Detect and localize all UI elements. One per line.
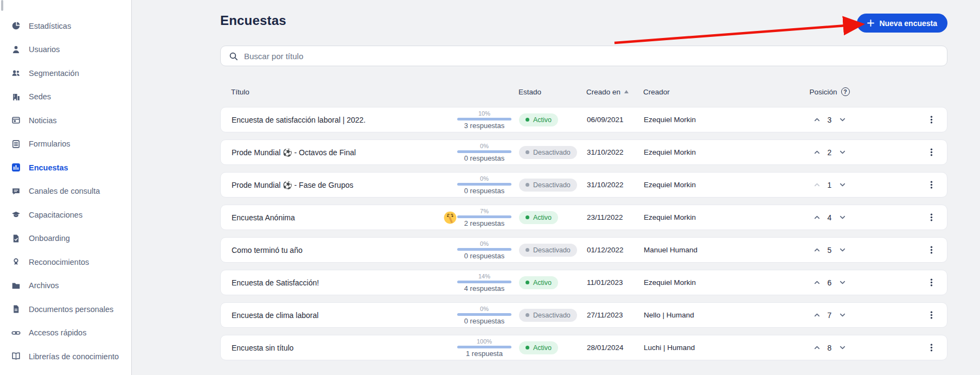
link-icon	[11, 328, 21, 338]
sidebar-item-formularios[interactable]: Formularios	[0, 132, 131, 156]
folder-icon	[11, 281, 21, 290]
kebab-menu-icon	[927, 343, 936, 352]
sidebar-item-reconocimientos[interactable]: Reconocimientos	[0, 250, 131, 274]
graduation-icon	[11, 210, 21, 219]
move-down-button[interactable]	[837, 115, 848, 125]
survey-title: Encuesta de satisfacción laboral | 2022.	[221, 116, 438, 124]
move-down-button[interactable]	[837, 277, 848, 288]
position-controls: 1	[736, 180, 923, 190]
progress-percent: 0%	[480, 240, 489, 247]
position-controls: 8	[736, 342, 923, 353]
sidebar-item-archivos[interactable]: Archivos	[0, 274, 131, 298]
status-badge: Activo	[519, 341, 558, 354]
move-down-button[interactable]	[837, 212, 848, 223]
move-down-button[interactable]	[837, 310, 848, 320]
move-down-button[interactable]	[837, 180, 848, 190]
position-number: 2	[827, 148, 832, 157]
status-cell: Desactivado	[519, 244, 587, 257]
creator-name: Nello | Humand	[644, 311, 736, 319]
sidebar-item-label: Canales de consulta	[29, 187, 100, 195]
survey-title: Encuesta sin título	[221, 344, 438, 352]
status-dot-icon	[526, 281, 529, 284]
sidebar-item-librer-as-de-conocimiento[interactable]: Librerías de conocimiento	[0, 345, 131, 368]
new-survey-button[interactable]: Nueva encuesta	[857, 14, 947, 33]
creator-name: Ezequiel Morkin	[644, 181, 736, 189]
status-dot-icon	[526, 150, 529, 154]
sidebar-item-accesos-r-pidos[interactable]: Accesos rápidos	[0, 321, 131, 345]
sidebar-item-canales-de-consulta[interactable]: Canales de consulta	[0, 180, 131, 204]
status-cell: Activo	[519, 113, 587, 126]
sidebar-item-onboarding[interactable]: Onboarding	[0, 227, 131, 251]
created-date: 31/10/2022	[587, 148, 644, 156]
status-badge: Desactivado	[519, 244, 577, 257]
scrollbar-thumb[interactable]	[1, 0, 3, 11]
survey-title: Como terminó tu año	[221, 246, 438, 255]
sidebar-item-sedes[interactable]: Sedes	[0, 85, 131, 109]
help-icon[interactable]: ?	[841, 87, 850, 96]
column-header-title: Título	[220, 88, 437, 96]
created-date: 31/10/2022	[587, 181, 644, 189]
bar-chart-icon	[11, 163, 21, 172]
sidebar-item-segmentaci-n[interactable]: Segmentación	[0, 61, 131, 85]
sidebar-item-usuarios[interactable]: Usuarios	[0, 38, 131, 62]
move-down-button[interactable]	[837, 342, 848, 353]
row-menu-button[interactable]	[923, 275, 939, 291]
move-down-button[interactable]	[837, 147, 848, 157]
page-title: Encuestas	[220, 13, 947, 28]
chevron-down-icon	[838, 148, 847, 156]
sidebar-item-noticias[interactable]: Noticias	[0, 109, 131, 132]
status-dot-icon	[526, 248, 529, 252]
move-up-button[interactable]	[812, 245, 822, 255]
move-up-button[interactable]	[812, 115, 822, 125]
sidebar-item-label: Accesos rápidos	[29, 328, 86, 337]
creator-name: Ezequiel Morkin	[644, 278, 736, 287]
doc-check-icon	[11, 234, 21, 243]
row-menu-button[interactable]	[923, 112, 939, 128]
sidebar-item-encuestas[interactable]: Encuestas	[0, 156, 131, 180]
chevron-down-icon	[838, 278, 847, 287]
sidebar-item-label: Encuestas	[29, 163, 68, 172]
move-up-button[interactable]	[812, 310, 822, 320]
table-row: Encuesta de Satisfacción! 14% 4 respuest…	[220, 270, 947, 295]
survey-title: Encuesta de clima laboral	[221, 311, 438, 320]
created-date: 01/12/2022	[587, 246, 644, 254]
sidebar-item-documentos-personales[interactable]: Documentos personales	[0, 297, 131, 321]
responses-count: 3 respuestas	[464, 122, 504, 130]
progress-percent: 0%	[480, 306, 489, 312]
row-menu-button[interactable]	[923, 144, 939, 161]
column-header-created[interactable]: Creado en	[586, 88, 643, 96]
status-cell: Activo	[519, 341, 587, 354]
survey-progress-cell: 100% 1 respuesta	[438, 338, 519, 358]
progress-bar	[457, 281, 511, 283]
sidebar-item-capacitaciones[interactable]: Capacitaciones	[0, 203, 131, 227]
move-down-button[interactable]	[837, 245, 848, 255]
status-badge: Activo	[519, 211, 558, 224]
progress-bar	[457, 248, 511, 251]
position-controls: 4	[736, 212, 923, 223]
row-menu-button[interactable]	[923, 177, 939, 193]
move-up-button[interactable]	[812, 147, 822, 157]
move-up-button[interactable]	[812, 212, 822, 223]
status-dot-icon	[526, 118, 529, 122]
chevron-down-icon	[838, 246, 847, 254]
move-up-button[interactable]	[812, 342, 822, 353]
survey-title: Prode Mundial ⚽ - Octavos de Final	[221, 148, 438, 157]
chevron-down-icon	[838, 344, 847, 352]
status-badge: Activo	[519, 113, 558, 126]
row-menu-button[interactable]	[923, 209, 939, 226]
search-input[interactable]	[244, 52, 939, 61]
creator-name: Ezequiel Morkin	[644, 148, 736, 156]
row-menu-button[interactable]	[923, 307, 939, 323]
progress-bar	[457, 183, 511, 186]
table-row: Prode Mundial ⚽ - Fase de Grupos 0% 0 re…	[220, 172, 947, 198]
progress-stack: 0% 0 respuestas	[456, 306, 513, 325]
position-controls: 2	[736, 147, 923, 157]
move-up-button[interactable]	[812, 180, 822, 190]
row-menu-button[interactable]	[923, 340, 939, 356]
row-menu-button[interactable]	[923, 242, 939, 258]
sidebar-item-estad-sticas[interactable]: Estadísticas	[0, 14, 131, 38]
move-up-button[interactable]	[812, 277, 822, 288]
chevron-down-icon	[838, 311, 847, 319]
sort-ascending-icon[interactable]	[624, 90, 629, 93]
created-date: 11/01/2023	[587, 278, 644, 287]
